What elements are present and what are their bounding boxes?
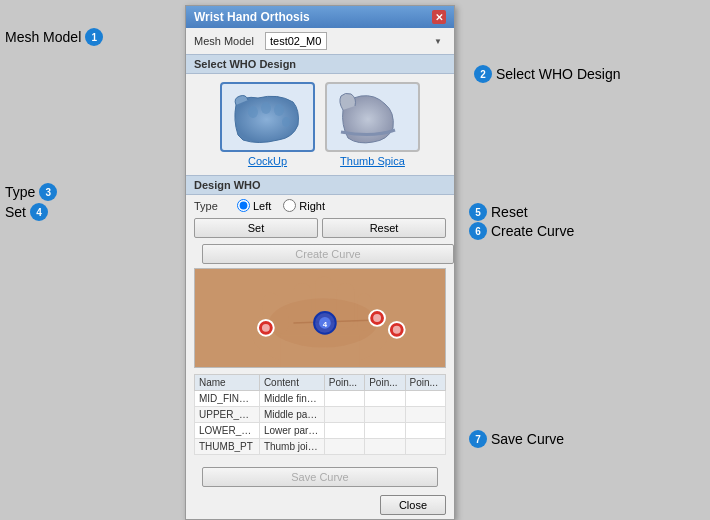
col-poin1: Poin...	[324, 375, 364, 391]
mesh-model-select[interactable]: test02_M0	[265, 32, 327, 50]
table-cell: Thumb joint o...	[259, 439, 324, 455]
select-who-header: Select WHO Design	[186, 54, 454, 74]
save-curve-row: Save Curve	[186, 461, 454, 491]
save-curve-button[interactable]: Save Curve	[202, 467, 438, 487]
cockup-label[interactable]: CockUp	[248, 155, 287, 167]
svg-point-22	[393, 326, 401, 334]
cockup-thumbnail[interactable]	[220, 82, 315, 152]
table-cell	[324, 439, 364, 455]
col-poin3: Poin...	[405, 375, 445, 391]
annotation-badge-6: 6	[469, 222, 487, 240]
table-cell	[405, 391, 445, 407]
close-row: Close	[186, 491, 454, 519]
dialog-close-button[interactable]: ✕	[432, 10, 446, 24]
annotation-set-text: Set	[5, 204, 26, 220]
table-row: THUMB_PTThumb joint o...	[195, 439, 446, 455]
cockup-svg	[228, 90, 308, 145]
radio-right-label[interactable]: Right	[283, 199, 325, 212]
table-cell	[405, 439, 445, 455]
radio-left-text: Left	[253, 200, 271, 212]
annotation-mesh-model-text: Mesh Model	[5, 29, 81, 45]
table-container: Name Content Poin... Poin... Poin... MID…	[186, 368, 454, 461]
table-cell: LOWER_WRI...	[195, 423, 260, 439]
thumbspica-label[interactable]: Thumb Spica	[340, 155, 405, 167]
radio-left[interactable]	[237, 199, 250, 212]
annotation-type-text: Type	[5, 184, 35, 200]
thumbspica-thumbnail[interactable]	[325, 82, 420, 152]
design-who-header: Design WHO	[186, 175, 454, 195]
annotation-badge-1: 1	[85, 28, 103, 46]
table-cell	[324, 423, 364, 439]
annotation-select-who: 2 Select WHO Design	[470, 65, 620, 83]
annotation-create-curve-text: Create Curve	[491, 223, 574, 239]
svg-point-1	[261, 102, 271, 114]
type-row: Type Left Right	[186, 195, 454, 216]
type-radio-group: Left Right	[237, 199, 325, 212]
mesh-model-row: Mesh Model test02_M0	[186, 28, 454, 54]
landmarks-table: Name Content Poin... Poin... Poin... MID…	[194, 374, 446, 455]
reset-button[interactable]: Reset	[322, 218, 446, 238]
annotation-badge-7: 7	[469, 430, 487, 448]
table-cell: THUMB_PT	[195, 439, 260, 455]
table-cell	[365, 391, 405, 407]
type-label: Type	[194, 200, 229, 212]
set-button[interactable]: Set	[194, 218, 318, 238]
table-cell	[365, 407, 405, 423]
set-reset-row: Set Reset	[186, 216, 454, 240]
annotation-save-curve-text: Save Curve	[491, 431, 564, 447]
svg-text:4: 4	[323, 320, 328, 329]
col-content: Content	[259, 375, 324, 391]
table-cell: UPPER_WRI...	[195, 407, 260, 423]
annotation-save-curve: 7 Save Curve	[465, 430, 564, 448]
col-name: Name	[195, 375, 260, 391]
annotation-reset-text: Reset	[491, 204, 528, 220]
svg-point-20	[373, 314, 381, 322]
create-curve-button[interactable]: Create Curve	[202, 244, 454, 264]
dialog-title: Wrist Hand Orthosis	[194, 10, 310, 24]
mesh-model-select-wrapper: test02_M0	[265, 32, 446, 50]
annotation-create-curve: 6 Create Curve	[465, 222, 574, 240]
mesh-model-label: Mesh Model	[194, 35, 259, 47]
hand-image-area: 4	[194, 268, 446, 368]
close-button[interactable]: Close	[380, 495, 446, 515]
svg-point-0	[248, 106, 258, 118]
annotation-set: Set 4	[5, 203, 48, 221]
table-cell	[405, 423, 445, 439]
svg-point-15	[262, 324, 270, 332]
annotation-select-who-text: Select WHO Design	[496, 66, 620, 82]
annotation-badge-2: 2	[474, 65, 492, 83]
table-cell: Middle part of...	[259, 407, 324, 423]
table-cell: MID_FINGER...	[195, 391, 260, 407]
dialog-titlebar: Wrist Hand Orthosis ✕	[186, 6, 454, 28]
table-cell: Lower part of ...	[259, 423, 324, 439]
radio-right[interactable]	[283, 199, 296, 212]
thumbspica-svg	[333, 90, 413, 145]
table-row: LOWER_WRI...Lower part of ...	[195, 423, 446, 439]
table-cell	[405, 407, 445, 423]
radio-right-text: Right	[299, 200, 325, 212]
table-cell	[365, 423, 405, 439]
annotation-badge-4: 4	[30, 203, 48, 221]
table-cell	[365, 439, 405, 455]
hand-svg: 4	[195, 269, 445, 367]
annotation-reset: 5 Reset	[465, 203, 528, 221]
who-design-thumbspica[interactable]: Thumb Spica	[325, 82, 420, 167]
annotation-mesh-model: Mesh Model 1	[5, 28, 103, 46]
table-cell	[324, 407, 364, 423]
svg-point-2	[274, 104, 284, 116]
who-designs-container: CockUp	[186, 74, 454, 175]
col-poin2: Poin...	[365, 375, 405, 391]
annotation-badge-5: 5	[469, 203, 487, 221]
table-row: MID_FINGER...Middle finger l...	[195, 391, 446, 407]
who-design-cockup[interactable]: CockUp	[220, 82, 315, 167]
annotation-type: Type 3	[5, 183, 57, 201]
table-cell	[324, 391, 364, 407]
table-row: UPPER_WRI...Middle part of...	[195, 407, 446, 423]
create-curve-row: Create Curve	[186, 240, 454, 268]
radio-left-label[interactable]: Left	[237, 199, 271, 212]
annotation-badge-3: 3	[39, 183, 57, 201]
table-cell: Middle finger l...	[259, 391, 324, 407]
svg-point-3	[282, 117, 290, 127]
wrist-hand-dialog: Wrist Hand Orthosis ✕ Mesh Model test02_…	[185, 5, 455, 520]
